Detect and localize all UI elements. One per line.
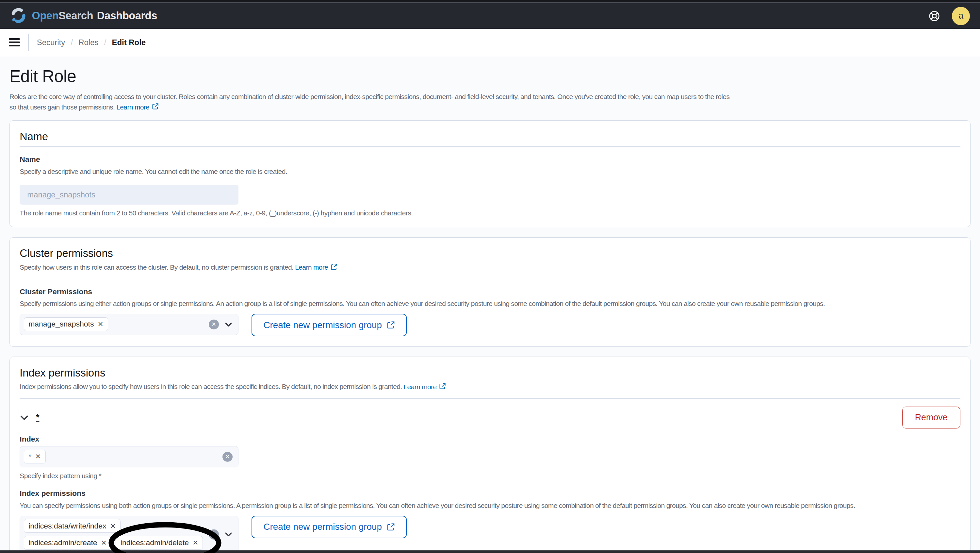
external-link-icon bbox=[387, 523, 395, 531]
header-actions: a bbox=[928, 7, 970, 25]
brand-search: Search bbox=[59, 10, 93, 22]
opensearch-dashboards-window: OpenSearchDashboards a Security / Roles bbox=[0, 0, 980, 553]
breadcrumb-roles[interactable]: Roles bbox=[78, 38, 98, 47]
index-permissions-field-label: Index permissions bbox=[20, 489, 960, 498]
breadcrumb-separator: / bbox=[104, 38, 107, 47]
combobox-controls: ✕ bbox=[223, 452, 232, 462]
nav-divider bbox=[28, 33, 29, 51]
index-permissions-field-help: You can specify permissions using both a… bbox=[20, 500, 960, 511]
breadcrumb-bar: Security / Roles / Edit Role bbox=[0, 29, 980, 56]
learn-more-link[interactable]: Learn more bbox=[116, 103, 159, 111]
name-panel-heading: Name bbox=[20, 131, 960, 143]
name-field-label: Name bbox=[20, 155, 960, 164]
cluster-permissions-field-help: Specify permissions using either action … bbox=[20, 298, 960, 309]
tag-label: * bbox=[29, 452, 31, 461]
page-title: Edit Role bbox=[10, 66, 971, 86]
divider bbox=[20, 398, 960, 399]
external-link-icon bbox=[331, 263, 337, 270]
window-top-edge bbox=[0, 0, 980, 3]
breadcrumb-security[interactable]: Security bbox=[37, 38, 65, 47]
window-bottom-edge bbox=[0, 550, 980, 553]
brand-text: OpenSearchDashboards bbox=[32, 10, 157, 22]
combobox-controls: ✕ bbox=[209, 529, 232, 540]
clear-selection-icon[interactable]: ✕ bbox=[209, 529, 219, 540]
user-avatar[interactable]: a bbox=[952, 7, 970, 25]
remove-tag-icon[interactable]: ✕ bbox=[192, 539, 198, 546]
tag-label: indices:data/write/index bbox=[29, 522, 106, 531]
learn-more-link[interactable]: Learn more bbox=[404, 383, 446, 390]
brand-suffix: Dashboards bbox=[97, 10, 157, 22]
index-permissions-panel: Index permissions Index permissions allo… bbox=[10, 357, 971, 553]
index-field-label: Index bbox=[20, 435, 960, 443]
learn-more-link[interactable]: Learn more bbox=[295, 263, 337, 271]
index-permission-accordion: * Remove bbox=[20, 406, 960, 429]
menu-icon[interactable] bbox=[9, 38, 20, 46]
name-field-note: The role name must contain from 2 to 50 … bbox=[20, 209, 960, 217]
breadcrumb: Security / Roles / Edit Role bbox=[37, 38, 146, 47]
remove-tag-icon[interactable]: ✕ bbox=[35, 453, 41, 460]
page-description: Roles are the core way of controlling ac… bbox=[10, 91, 733, 112]
clear-selection-icon[interactable]: ✕ bbox=[223, 452, 232, 462]
divider bbox=[20, 147, 960, 147]
cluster-panel-description: Specify how users in this role can acces… bbox=[20, 263, 960, 271]
tag-label: manage_snapshots bbox=[29, 320, 94, 328]
remove-tag-icon[interactable]: ✕ bbox=[98, 320, 103, 327]
name-panel: Name Name Specify a descriptive and uniq… bbox=[10, 120, 971, 227]
external-link-icon bbox=[152, 103, 159, 110]
cluster-permissions-row: manage_snapshots✕ ✕ Create new permissio… bbox=[20, 314, 960, 336]
combobox-controls: ✕ bbox=[209, 319, 232, 330]
breadcrumb-separator: / bbox=[70, 38, 73, 47]
cluster-permissions-field-label: Cluster Permissions bbox=[20, 287, 960, 296]
cluster-panel-heading: Cluster permissions bbox=[20, 247, 960, 260]
chevron-down-icon[interactable] bbox=[224, 531, 232, 539]
index-panel-description: Index permissions allow you to specify h… bbox=[20, 383, 960, 390]
breadcrumb-current: Edit Role bbox=[112, 38, 146, 47]
edit-role-page: Edit Role Roles are the core way of cont… bbox=[0, 56, 980, 553]
index-pattern-combobox[interactable]: *✕ ✕ bbox=[20, 446, 239, 467]
brand-open: Open bbox=[32, 10, 59, 22]
index-permissions-row: indices:data/write/index✕ indices:admin/… bbox=[20, 516, 960, 553]
index-permissions-combobox[interactable]: indices:data/write/index✕ indices:admin/… bbox=[20, 516, 239, 553]
tag-label: indices:admin/delete bbox=[121, 538, 189, 547]
external-link-icon bbox=[439, 383, 446, 390]
create-permission-group-button[interactable]: Create new permission group bbox=[251, 314, 407, 336]
help-icon[interactable] bbox=[928, 10, 940, 22]
selected-permission-tag: manage_snapshots✕ bbox=[24, 317, 108, 331]
global-header: OpenSearchDashboards a bbox=[0, 3, 980, 29]
role-name-input[interactable] bbox=[20, 185, 239, 205]
remove-tag-icon[interactable]: ✕ bbox=[110, 523, 116, 529]
create-permission-group-button[interactable]: Create new permission group bbox=[251, 516, 407, 538]
chevron-down-icon[interactable] bbox=[224, 320, 232, 328]
external-link-icon bbox=[387, 321, 395, 329]
clear-selection-icon[interactable]: ✕ bbox=[209, 319, 219, 330]
tag-label: indices:admin/create bbox=[29, 538, 97, 547]
selected-permission-tag: indices:admin/create✕ bbox=[24, 536, 111, 550]
selected-permission-tag: indices:data/write/index✕ bbox=[24, 519, 121, 533]
opensearch-logo-icon bbox=[10, 8, 27, 24]
index-pattern-help: Specify index pattern using * bbox=[20, 472, 960, 480]
index-panel-heading: Index permissions bbox=[20, 367, 960, 379]
cluster-permissions-combobox[interactable]: manage_snapshots✕ ✕ bbox=[20, 314, 239, 335]
accordion-chevron-down-icon[interactable] bbox=[20, 413, 29, 422]
selected-index-tag: *✕ bbox=[24, 450, 46, 464]
accordion-title-link[interactable]: * bbox=[36, 413, 39, 422]
remove-tag-icon[interactable]: ✕ bbox=[101, 539, 107, 546]
remove-button[interactable]: Remove bbox=[902, 406, 960, 429]
selected-permission-tag-highlighted: indices:admin/delete✕ bbox=[116, 536, 203, 550]
opensearch-home-link[interactable]: OpenSearchDashboards bbox=[10, 8, 157, 24]
name-field-help: Specify a descriptive and unique role na… bbox=[20, 166, 960, 177]
cluster-permissions-panel: Cluster permissions Specify how users in… bbox=[10, 237, 971, 347]
